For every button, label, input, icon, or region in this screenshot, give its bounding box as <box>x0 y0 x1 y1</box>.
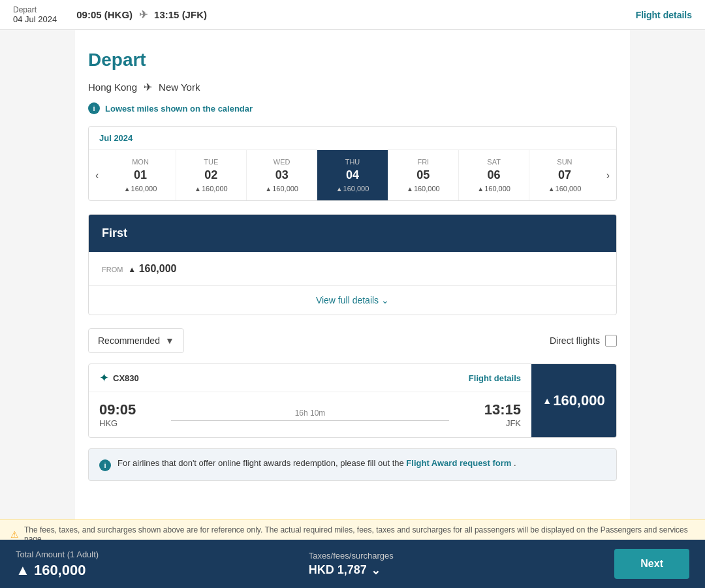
flight-row-left: ✦ CX830 Flight details 09:05 HKG 16h 10m… <box>89 364 531 437</box>
calendar-nav: ‹ MON 01 ▲160,000 TUE 02 ▲160,000 WED 03… <box>89 150 616 200</box>
info-bar: i Lowest miles shown on the calendar <box>88 102 617 114</box>
calendar-day[interactable]: FRI 05 ▲160,000 <box>388 150 459 200</box>
arrow-icon: ✈ <box>139 8 148 21</box>
info-notice-text: For airlines that don't offer online fli… <box>118 458 516 471</box>
price-symbol-icon: ▲ <box>542 395 552 406</box>
flight-duration-section: 16h 10m <box>136 409 484 421</box>
route-arrow-icon: ✈ <box>144 81 152 93</box>
flight-card-area: First FROM ▲ 160,000 View full details ⌄ <box>88 214 617 315</box>
flight-depart: 09:05 HKG <box>99 401 136 428</box>
flight-card-inner: First FROM ▲ 160,000 <box>89 215 616 285</box>
flight-card-left: First FROM ▲ 160,000 <box>89 215 616 285</box>
destination-city: New York <box>159 82 200 93</box>
bottom-bar: Total Amount (1 Adult) ▲ 160,000 Taxes/f… <box>0 540 705 559</box>
flight-class-header: First <box>89 215 616 252</box>
info-notice-suffix: . <box>514 458 516 468</box>
sort-dropdown-icon: ▼ <box>165 335 174 346</box>
depart-time: 09:05 (HKG) <box>76 9 133 20</box>
airline-logo-icon: ✦ <box>99 371 109 385</box>
info-notice-icon: i <box>99 459 111 471</box>
calendar-day[interactable]: WED 03 ▲160,000 <box>247 150 317 200</box>
flight-line <box>171 420 450 421</box>
flight-row: ✦ CX830 Flight details 09:05 HKG 16h 10m… <box>88 364 617 438</box>
calendar-next-button[interactable]: › <box>600 150 616 200</box>
route-row: Hong Kong ✈ New York <box>88 81 617 93</box>
calendar-prev-button[interactable]: ‹ <box>89 150 105 200</box>
calendar-day[interactable]: SUN 07 ▲160,000 <box>529 150 599 200</box>
sort-label: Recommended <box>98 335 160 346</box>
flight-arrive-time: 13:15 <box>484 401 521 418</box>
info-notice-main-text: For airlines that don't offer online fli… <box>118 458 404 468</box>
page-title: Depart <box>88 50 617 70</box>
flight-class-name: First <box>102 226 603 240</box>
direct-flights-label: Direct flights <box>550 335 600 346</box>
airline-info: ✦ CX830 <box>99 371 139 385</box>
calendar-days: MON 01 ▲160,000 TUE 02 ▲160,000 WED 03 ▲… <box>105 150 599 200</box>
calendar: Jul 2024 ‹ MON 01 ▲160,000 TUE 02 ▲160,0… <box>88 126 617 201</box>
calendar-day[interactable]: MON 01 ▲160,000 <box>105 150 176 200</box>
calendar-month: Jul 2024 <box>89 127 616 150</box>
flight-arrive-airport: JFK <box>484 418 521 428</box>
info-text: Lowest miles shown on the calendar <box>105 104 253 114</box>
origin-city: Hong Kong <box>88 82 137 93</box>
next-button[interactable]: Next <box>614 549 689 559</box>
total-amount-label: Total Amount (1 Adult) <box>16 549 309 559</box>
view-full-details-label: View full details <box>316 295 379 305</box>
depart-date: 04 Jul 2024 <box>13 14 57 24</box>
flight-depart-time: 09:05 <box>99 401 136 418</box>
calendar-day[interactable]: SAT 06 ▲160,000 <box>459 150 529 200</box>
top-bar: Depart 04 Jul 2024 09:05 (HKG) ✈ 13:15 (… <box>0 0 705 30</box>
info-notice: i For airlines that don't offer online f… <box>88 448 617 481</box>
flight-number: CX830 <box>113 373 139 383</box>
sort-filter-row: Recommended ▼ Direct flights <box>88 328 617 353</box>
from-price: ▲ 160,000 <box>128 263 176 274</box>
flight-price-value: 160,000 <box>553 392 605 409</box>
calendar-day[interactable]: THU 04 ▲160,000 <box>317 150 388 200</box>
flight-times-row: 09:05 HKG 16h 10m 13:15 JFK <box>89 392 531 437</box>
from-price-value: 160,000 <box>139 263 177 274</box>
taxes-label: Taxes/fees/surcharges <box>309 551 602 560</box>
view-full-details-button[interactable]: View full details ⌄ <box>316 295 389 305</box>
direct-flights-checkbox[interactable] <box>605 335 617 347</box>
calendar-day[interactable]: TUE 02 ▲160,000 <box>176 150 247 200</box>
flight-arrive: 13:15 JFK <box>484 401 521 428</box>
miles-symbol: ▲ <box>128 265 136 274</box>
flight-times: 09:05 (HKG) ✈ 13:15 (JFK) <box>76 8 207 21</box>
from-label: FROM <box>102 266 123 273</box>
arrive-time: 13:15 (JFK) <box>154 9 207 20</box>
depart-label: Depart <box>13 5 57 14</box>
flight-depart-airport: HKG <box>99 418 136 428</box>
taxes-section: Taxes/fees/surcharges HKD 1,787 ⌄ <box>309 551 602 560</box>
total-amount-section: Total Amount (1 Adult) ▲ 160,000 <box>16 549 309 560</box>
main-content: Depart Hong Kong ✈ New York i Lowest mil… <box>75 30 630 559</box>
flight-price-section: FROM ▲ 160,000 <box>89 252 616 285</box>
chevron-down-icon: ⌄ <box>381 295 389 305</box>
flight-duration: 16h 10m <box>295 409 326 418</box>
flight-award-request-link[interactable]: Flight Award request form <box>406 458 511 468</box>
sort-select[interactable]: Recommended ▼ <box>88 328 184 353</box>
view-details-row: View full details ⌄ <box>89 285 616 315</box>
flight-details-link[interactable]: Flight details <box>469 373 521 383</box>
flight-row-header: ✦ CX830 Flight details <box>89 364 531 392</box>
info-icon: i <box>88 102 100 114</box>
flight-row-price[interactable]: ▲ 160,000 <box>531 364 616 437</box>
depart-info: Depart 04 Jul 2024 <box>13 5 57 24</box>
top-flight-details-link[interactable]: Flight details <box>636 10 692 20</box>
direct-flights-filter: Direct flights <box>550 335 617 347</box>
disclaimer-icon: ⚠ <box>10 529 19 540</box>
